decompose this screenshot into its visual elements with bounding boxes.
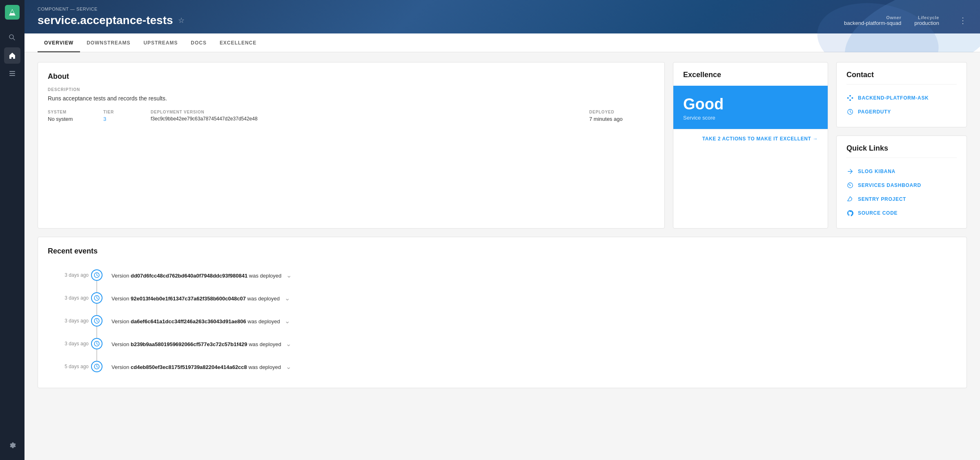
owner-value: backend-platform-squad — [844, 20, 901, 26]
event-row: 3 days ago Version da6ef6c641a1dcc34ff24… — [48, 309, 957, 332]
page-content: About DESCRIPTION Runs acceptance tests … — [24, 52, 980, 460]
event-row: 3 days ago Version dd07d6fcc48cd762bd640… — [48, 264, 957, 287]
event-expand-icon[interactable]: ⌄ — [285, 318, 290, 324]
more-options-icon[interactable]: ⋮ — [959, 16, 967, 25]
svg-rect-3 — [9, 73, 15, 74]
about-tier: TIER 3 — [103, 110, 144, 122]
deployment-version-value: f3ec9c9bbe42ee79c63a78745447d2e37d542e48 — [151, 116, 583, 122]
contact-link-pagerduty[interactable]: PAGERDUTY — [846, 105, 957, 119]
event-expand-icon[interactable]: ⌄ — [285, 295, 290, 302]
quick-link-slog-kibana[interactable]: SLOG KIBANA — [846, 164, 957, 178]
event-description: Version da6ef6c641a1dcc34ff246a263c36043… — [111, 317, 957, 325]
owner-label: Owner — [844, 15, 901, 20]
excellence-score-box: Good Service score — [673, 86, 828, 129]
recent-events-card: Recent events 3 days ago Version dd07d6f… — [38, 237, 967, 388]
header-title-row: service.acceptance-tests ☆ Owner backend… — [38, 14, 967, 27]
sidebar-item-home[interactable] — [4, 47, 20, 64]
about-system: SYSTEM No system — [48, 110, 97, 122]
sidebar-logo[interactable] — [5, 5, 20, 20]
deployed-label: DEPLOYED — [589, 110, 655, 114]
svg-rect-4 — [9, 75, 15, 76]
main-wrapper: COMPONENT — SERVICE service.acceptance-t… — [24, 0, 980, 460]
event-expand-icon[interactable]: ⌄ — [286, 363, 291, 370]
lifecycle-value: production — [914, 20, 939, 26]
contact-links: BACKEND-PLATFORM-ASKPAGERDUTY — [846, 91, 957, 119]
contact-link-backend-platform-ask[interactable]: BACKEND-PLATFORM-ASK — [846, 91, 957, 105]
slack-icon — [846, 94, 854, 102]
svg-rect-7 — [852, 97, 853, 99]
sidebar-item-search[interactable] — [4, 29, 20, 46]
event-time: 3 days ago — [48, 272, 89, 278]
event-description: Version dd07d6fcc48cd762bd640a0f7948ddc9… — [111, 271, 957, 279]
sidebar-item-catalog[interactable] — [4, 65, 20, 82]
sidebar-item-settings[interactable] — [4, 437, 20, 453]
event-version: 92e013f4eb0e1f61347c37a62f358b600c048c07 — [131, 296, 246, 302]
event-version: dd07d6fcc48cd762bd640a0f7948ddc93f980841 — [131, 273, 247, 279]
about-deployed: DEPLOYED 7 minutes ago — [589, 110, 655, 122]
excellence-score-sub: Service score — [683, 115, 818, 121]
svg-point-11 — [850, 185, 851, 186]
event-dot — [91, 361, 102, 372]
pagerduty-icon — [846, 108, 854, 116]
svg-rect-5 — [847, 97, 849, 99]
page-title: service.acceptance-tests — [38, 14, 173, 27]
event-version: b239b9aa5801959692066cf577e3c72c57b1f429 — [131, 341, 247, 347]
event-connector — [89, 315, 105, 327]
excellence-header: Excellence — [673, 62, 828, 86]
header-meta: Owner backend-platform-squad Lifecycle p… — [844, 15, 967, 26]
favorite-icon[interactable]: ☆ — [178, 16, 185, 25]
sidebar — [0, 0, 24, 460]
page-header: COMPONENT — SERVICE service.acceptance-t… — [24, 0, 980, 52]
deployment-version-label: DEPLOYMENT VERSION — [151, 110, 583, 114]
github-icon — [846, 209, 854, 217]
quick-links-list: SLOG KIBANASERVICES DASHBOARDSENTRY PROJ… — [846, 164, 957, 220]
events-list: 3 days ago Version dd07d6fcc48cd762bd640… — [48, 264, 957, 378]
system-value: No system — [48, 116, 97, 122]
contact-title: Contact — [846, 71, 957, 84]
event-time: 3 days ago — [48, 341, 89, 347]
tab-upstreams[interactable]: UPSTREAMS — [137, 33, 184, 52]
about-description: Runs acceptance tests and records the re… — [48, 95, 655, 102]
event-version: cd4eb850ef3ec8175f519739a82204e414a62cc8 — [131, 364, 247, 370]
contact-card: Contact BACKEND-PLATFORM-ASKPAGERDUTY — [836, 62, 967, 127]
quick-link-services-dashboard[interactable]: SERVICES DASHBOARD — [846, 178, 957, 192]
event-connector — [89, 269, 105, 281]
quick-link-sentry-project[interactable]: SENTRY PROJECT — [846, 192, 957, 206]
tier-label: TIER — [103, 110, 144, 114]
event-expand-icon[interactable]: ⌄ — [286, 272, 292, 279]
svg-rect-2 — [9, 71, 15, 72]
arrow-icon — [846, 168, 854, 175]
navigation-tabs: OVERVIEWDOWNSTREAMSUPSTREAMSDOCSEXCELLEN… — [24, 33, 980, 52]
tier-value[interactable]: 3 — [103, 116, 144, 122]
excellence-action-link[interactable]: TAKE 2 ACTIONS TO MAKE IT EXCELLENT → — [673, 129, 828, 148]
header-meta-lifecycle: Lifecycle production — [914, 15, 939, 26]
event-time: 3 days ago — [48, 318, 89, 324]
quick-links-card: Quick Links SLOG KIBANASERVICES DASHBOAR… — [836, 136, 967, 229]
tab-downstreams[interactable]: DOWNSTREAMS — [80, 33, 137, 52]
event-description: Version b239b9aa5801959692066cf577e3c72c… — [111, 340, 957, 348]
about-meta-grid: SYSTEM No system TIER 3 DEPLOYMENT VERSI… — [48, 110, 655, 122]
description-label: DESCRIPTION — [48, 87, 655, 92]
quick-links-title: Quick Links — [846, 144, 957, 158]
events-title: Recent events — [48, 247, 957, 256]
tab-excellence[interactable]: EXCELLENCE — [213, 33, 263, 52]
event-time: 3 days ago — [48, 295, 89, 301]
event-expand-icon[interactable]: ⌄ — [286, 340, 291, 347]
event-connector — [89, 292, 105, 304]
about-title: About — [48, 72, 655, 81]
svg-rect-6 — [849, 95, 851, 97]
tab-overview[interactable]: OVERVIEW — [38, 33, 80, 52]
about-deployment-version: DEPLOYMENT VERSION f3ec9c9bbe42ee79c63a7… — [151, 110, 583, 122]
excellence-title: Excellence — [683, 71, 818, 79]
event-description: Version cd4eb850ef3ec8175f519739a82204e4… — [111, 363, 957, 371]
tab-docs[interactable]: DOCS — [184, 33, 213, 52]
about-card: About DESCRIPTION Runs acceptance tests … — [38, 62, 665, 229]
event-dot — [91, 292, 102, 304]
svg-rect-8 — [849, 100, 851, 101]
quick-link-source-code[interactable]: SOURCE CODE — [846, 206, 957, 220]
excellence-card: Excellence Good Service score TAKE 2 ACT… — [673, 62, 828, 229]
event-dot — [91, 315, 102, 327]
event-connector — [89, 361, 105, 372]
event-description: Version 92e013f4eb0e1f61347c37a62f358b60… — [111, 294, 957, 302]
event-row: 3 days ago Version 92e013f4eb0e1f61347c3… — [48, 287, 957, 309]
